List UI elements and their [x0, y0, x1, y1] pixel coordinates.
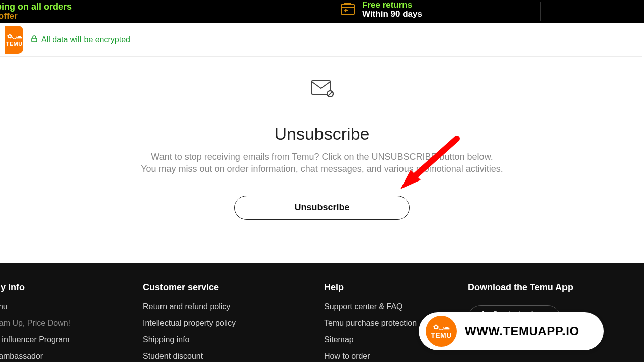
page-description: Want to stop receiving emails from Temu?…	[141, 151, 503, 175]
svg-rect-0	[341, 5, 354, 14]
right-edge-strip	[642, 23, 644, 263]
returns-box-icon	[340, 2, 355, 17]
mail-unsubscribe-icon	[310, 80, 334, 99]
promo-left: e shipping on all orders ted-time offer	[0, 0, 72, 23]
footer-link-affiliate[interactable]: iate & influencer Program	[0, 335, 143, 344]
watermark-pill: ✿◡☁ TEMU WWW.TEMUAPP.IO	[419, 312, 604, 350]
encryption-text: All data will be encrypted	[41, 35, 130, 44]
watermark-url: WWW.TEMUAPP.IO	[465, 324, 579, 338]
footer-heading-download: Download the Temu App	[468, 282, 573, 293]
footer-link-howto[interactable]: How to order	[324, 352, 468, 361]
encryption-badge: All data will be encrypted	[30, 35, 130, 45]
unsubscribe-button[interactable]: Unsubscribe	[234, 196, 410, 220]
footer-link-student[interactable]: Student discount	[143, 352, 324, 361]
footer-link-ambassador[interactable]: npus ambassador	[0, 352, 143, 361]
watermark-brand-text: TEMU	[431, 331, 452, 339]
logo-brand-text: TEMU	[6, 41, 22, 47]
logo-glyphs-icon: ✿◡☁	[7, 33, 22, 40]
promo-returns-title: Free returns	[362, 1, 422, 10]
promo-offer-text: ted-time offer	[0, 12, 72, 21]
footer-link-about[interactable]: ut Temu	[0, 302, 143, 311]
footer-link-support[interactable]: Support center & FAQ	[324, 302, 468, 311]
logo-glyphs-icon: ✿◡☁	[433, 323, 449, 331]
promo-returns-sub: Within 90 days	[362, 10, 422, 19]
lock-icon	[30, 35, 38, 45]
page-title: Unsubscribe	[275, 124, 370, 144]
desc-line-1: Want to stop receiving emails from Temu?…	[151, 152, 493, 162]
footer-link-shipping[interactable]: Shipping info	[143, 335, 324, 344]
footer-heading-help: Help	[324, 282, 468, 293]
temu-logo[interactable]: ✿◡☁ TEMU	[5, 26, 23, 54]
promo-bar: e shipping on all orders ted-time offer …	[0, 0, 644, 23]
footer-link-tagline[interactable]: u - Team Up, Price Down!	[0, 319, 143, 328]
promo-shipping-text: e shipping on all orders	[0, 2, 72, 12]
promo-separator	[540, 2, 541, 21]
footer-heading-company: npany info	[0, 282, 143, 293]
site-header: ✿◡☁ TEMU All data will be encrypted	[0, 23, 644, 57]
footer-col-company: npany info ut Temu u - Team Up, Price Do…	[0, 282, 143, 361]
footer-link-returns[interactable]: Return and refund policy	[143, 302, 324, 311]
footer-link-ip[interactable]: Intellectual property policy	[143, 319, 324, 328]
svg-rect-1	[32, 38, 37, 42]
promo-returns: Free returns Within 90 days	[340, 1, 422, 19]
footer-heading-cs: Customer service	[143, 282, 324, 293]
unsubscribe-main: Unsubscribe Want to stop receiving email…	[0, 57, 644, 263]
watermark-logo: ✿◡☁ TEMU	[426, 316, 457, 347]
promo-separator	[143, 2, 143, 21]
desc-line-2: You may miss out on order information, c…	[141, 164, 503, 174]
footer-col-customer-service: Customer service Return and refund polic…	[143, 282, 324, 361]
